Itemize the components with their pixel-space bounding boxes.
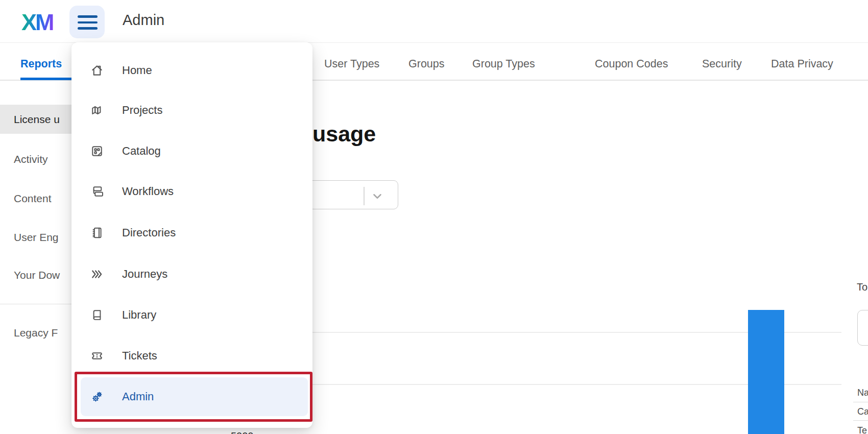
legend-row-team: Te [857,425,867,434]
menu-item-journeys[interactable]: Journeys [71,264,312,284]
sidebar-item-license-usage[interactable]: License u [14,113,60,126]
menu-item-catalog[interactable]: Catalog [71,141,312,161]
admin-gears-icon [90,390,104,404]
content-heading: usage [312,122,376,147]
hamburger-menu-button[interactable] [69,6,105,38]
page-title: Admin [123,12,164,29]
menu-item-admin[interactable]: Admin [71,387,312,407]
catalog-icon [90,144,104,158]
projects-icon [90,103,104,117]
dropdown-inner-divider [364,187,365,205]
tickets-icon [90,349,104,363]
workflows-icon [90,184,104,199]
right-panel-label: To [857,281,867,293]
right-panel-input[interactable] [857,310,868,346]
tab-coupon-codes[interactable]: Coupon Codes [595,58,668,70]
active-tab-underline [20,78,71,80]
legend-divider [853,402,868,402]
sidebar-item-your-downloads[interactable]: Your Dow [14,269,60,281]
menu-item-projects[interactable]: Projects [71,100,312,120]
legend-divider [853,420,868,421]
global-nav-menu: Home Projects Catalog [71,42,312,428]
menu-item-workflows[interactable]: Workflows [71,181,312,202]
chevron-down-icon[interactable] [371,189,384,203]
menu-item-directories[interactable]: Directories [71,223,312,243]
sidebar-item-user-engagement[interactable]: User Eng [14,231,59,244]
chart-bar [748,310,784,434]
tab-groups[interactable]: Groups [408,58,445,70]
axis-tick-label: 5000 [231,430,254,434]
legend-row-name: Na [857,388,868,398]
admin-screen: XM Admin Reports User Types Groups Group… [0,0,868,434]
sidebar-item-content[interactable]: Content [14,192,52,205]
menu-item-library[interactable]: Library [71,305,312,325]
directories-icon [90,226,104,240]
legend-row-category: Ca [857,406,868,417]
hamburger-icon [78,15,98,18]
library-icon [90,308,104,322]
xm-logo: XM [21,9,53,36]
sidebar-item-activity[interactable]: Activity [14,153,48,165]
journeys-icon [90,267,104,281]
tab-group-types[interactable]: Group Types [472,58,535,70]
tab-security[interactable]: Security [702,58,742,70]
menu-item-tickets[interactable]: Tickets [71,346,312,366]
tab-reports[interactable]: Reports [20,58,62,70]
tab-data-privacy[interactable]: Data Privacy [771,58,833,70]
home-icon [90,63,104,78]
tab-user-types[interactable]: User Types [324,58,379,70]
sidebar-item-legacy[interactable]: Legacy F [14,327,58,339]
menu-item-home[interactable]: Home [71,60,312,81]
